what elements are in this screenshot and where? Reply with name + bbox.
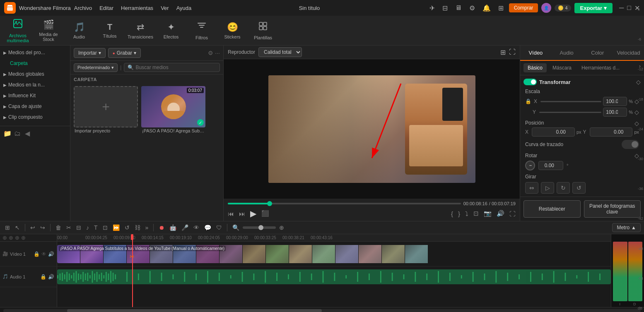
export-button[interactable]: Exportar ▾ bbox=[574, 3, 613, 13]
curve-toggle[interactable] bbox=[622, 140, 639, 149]
undo-icon[interactable]: ↩ bbox=[29, 223, 37, 232]
tool-stock[interactable]: 🎬 Media de Stock bbox=[34, 17, 63, 44]
scrollbar-track[interactable] bbox=[3, 309, 641, 312]
add-effect-track-icon[interactable]: ⊕ bbox=[21, 235, 26, 241]
snapshot-icon[interactable]: 📷 bbox=[484, 210, 492, 217]
collapse-button[interactable]: ◀ bbox=[23, 129, 31, 138]
mute-track-icon[interactable]: 🔊 bbox=[48, 251, 54, 257]
cut-icon[interactable]: ✂ bbox=[65, 223, 73, 232]
audio-waveform[interactable] bbox=[57, 269, 611, 284]
reset-button[interactable]: Restablecer bbox=[523, 200, 581, 218]
menu-herramientas[interactable]: Herramientas bbox=[121, 5, 153, 11]
flip-vertical-button[interactable]: ▷ bbox=[541, 182, 554, 194]
section-medios-nube[interactable]: ▶ Medios en la n... bbox=[0, 79, 70, 90]
menu-editar[interactable]: Editar bbox=[99, 5, 113, 11]
bubble-icon[interactable]: 💬 bbox=[203, 223, 213, 232]
crop2-icon[interactable]: ⊟ bbox=[75, 223, 83, 232]
undo2-icon[interactable]: ↺ bbox=[123, 223, 131, 232]
ai-icon[interactable]: 🤖 bbox=[168, 223, 178, 232]
select-icon[interactable]: ↖ bbox=[13, 223, 22, 232]
step-back-icon[interactable]: ⏭ bbox=[239, 210, 245, 217]
mute-audio-icon[interactable]: 🔊 bbox=[48, 274, 54, 280]
voice-icon[interactable]: 🎤 bbox=[180, 223, 190, 232]
minimize-button[interactable]: ─ bbox=[619, 4, 624, 12]
sort-button[interactable]: Predeterminado ▾ bbox=[74, 63, 118, 72]
fullscreen-icon[interactable]: ⛶ bbox=[509, 48, 516, 56]
lock-icon[interactable]: 🔒 bbox=[525, 98, 531, 104]
add-folder-icon[interactable]: 📁 bbox=[3, 130, 12, 137]
sub-tab-mascara[interactable]: Máscara bbox=[548, 63, 576, 72]
scale-x-input[interactable] bbox=[603, 97, 627, 106]
section-clip-compuesto[interactable]: ▶ Clip compuesto bbox=[0, 112, 70, 122]
video-clip[interactable]: ¡PASO A PASO! Agrega Subtítulos a tus Vi… bbox=[57, 245, 611, 263]
scale-y-input[interactable] bbox=[603, 108, 627, 117]
delete-icon[interactable]: 🗑 bbox=[54, 223, 63, 232]
skip-back-icon[interactable]: ⏮ bbox=[228, 210, 234, 217]
tab-video[interactable]: Vídeo bbox=[520, 46, 551, 61]
search-input[interactable] bbox=[135, 65, 216, 70]
pos-y-input[interactable] bbox=[590, 127, 633, 137]
grid-icon[interactable]: ⊞ bbox=[496, 3, 506, 13]
section-capa-ajuste[interactable]: ▶ Capa de ajuste bbox=[0, 101, 70, 112]
music-icon[interactable]: ♪ bbox=[84, 223, 91, 232]
add-title-track-icon[interactable]: ⊕ bbox=[15, 235, 19, 241]
tool-transitions[interactable]: ⇄ Transiciones bbox=[126, 17, 155, 44]
progress-knob[interactable] bbox=[267, 201, 272, 206]
play-button[interactable]: ▶ bbox=[250, 209, 256, 218]
menu-archivo[interactable]: Archivo bbox=[74, 5, 92, 11]
fullscreen-ctrl-icon[interactable]: ⛶ bbox=[509, 210, 516, 217]
grid-view-icon[interactable]: ⊞ bbox=[500, 48, 506, 56]
stop-button[interactable]: ⬛ bbox=[261, 210, 269, 217]
tool-media[interactable]: Archivos multimedia bbox=[3, 17, 32, 44]
more-icon2[interactable]: » bbox=[144, 223, 150, 232]
section-carpeta[interactable]: Carpeta bbox=[0, 58, 70, 69]
add-icon[interactable]: 🗂 bbox=[14, 130, 21, 137]
maximize-button[interactable]: □ bbox=[627, 4, 631, 12]
scrollbar-thumb[interactable] bbox=[67, 309, 322, 312]
more-icon[interactable]: ··· bbox=[215, 50, 220, 56]
rotate-ccw-button[interactable]: ↺ bbox=[572, 182, 586, 194]
eye-icon[interactable]: 👁 bbox=[192, 223, 201, 232]
progress-track[interactable] bbox=[228, 203, 461, 204]
menu-ver[interactable]: Ver bbox=[161, 5, 169, 11]
keyframe-panel-button[interactable]: Panel de fotogramas clave bbox=[584, 200, 641, 218]
timeline-scrollbar[interactable] bbox=[0, 307, 644, 312]
filter-icon[interactable]: ⚙ bbox=[208, 50, 213, 56]
sub-tab-herramientas[interactable]: Herramientas d... bbox=[577, 63, 624, 72]
metro-button[interactable]: Metro ▲ bbox=[612, 223, 641, 232]
section-medios-proyecto[interactable]: ▶ Medios del pro... bbox=[0, 47, 70, 58]
menu-ayuda[interactable]: Ayuda bbox=[176, 5, 192, 11]
rotate-cw-button[interactable]: ↻ bbox=[557, 182, 570, 194]
redo-icon[interactable]: ↪ bbox=[39, 223, 47, 232]
scale-y-slider[interactable] bbox=[539, 112, 601, 113]
sub-tab-basico[interactable]: Básico bbox=[523, 63, 547, 72]
tool-audio[interactable]: 🎵 Audio bbox=[65, 17, 94, 44]
tool-stickers[interactable]: 😊 Stickers bbox=[218, 17, 247, 44]
settings-icon[interactable]: ⚙ bbox=[467, 3, 477, 13]
record-icon[interactable]: ⏺ bbox=[157, 223, 166, 232]
volume-icon[interactable]: 🔊 bbox=[497, 210, 504, 217]
eye-track-icon[interactable]: 👁 bbox=[41, 251, 46, 257]
bell-icon[interactable]: 🔔 bbox=[480, 3, 493, 13]
zoom-in-icon[interactable]: ⊕ bbox=[277, 223, 286, 232]
import-button[interactable]: Importar ▾ bbox=[74, 48, 106, 58]
tool-effects[interactable]: ✦ Efectos bbox=[157, 17, 186, 44]
monitor-icon[interactable]: 🖥 bbox=[453, 3, 464, 12]
record-button[interactable]: ● Grabar ▾ bbox=[108, 48, 141, 58]
import-thumb[interactable]: + bbox=[74, 86, 138, 127]
tool-titles[interactable]: T Títulos bbox=[95, 17, 124, 44]
transform-toggle[interactable] bbox=[523, 79, 537, 85]
add-audio-track-icon[interactable]: ⊕ bbox=[9, 235, 13, 241]
add-video-track-icon[interactable]: ⊕ bbox=[2, 235, 7, 241]
send-icon[interactable]: ✈ bbox=[427, 3, 437, 13]
cloud-icon[interactable]: ⊟ bbox=[440, 3, 450, 13]
frame-icon[interactable]: ⊡ bbox=[101, 223, 109, 232]
rotate-input[interactable] bbox=[538, 161, 563, 170]
mark-out-icon[interactable]: } bbox=[458, 210, 460, 217]
zoom-out-icon[interactable]: 🔍 bbox=[231, 223, 241, 232]
flip-horizontal-button[interactable]: ⇔ bbox=[525, 182, 538, 194]
pos-x-input[interactable] bbox=[532, 127, 575, 137]
rotate-knob[interactable] bbox=[525, 161, 535, 170]
search-box[interactable]: 🔍 bbox=[124, 63, 220, 72]
scale-x-slider[interactable] bbox=[540, 101, 601, 102]
